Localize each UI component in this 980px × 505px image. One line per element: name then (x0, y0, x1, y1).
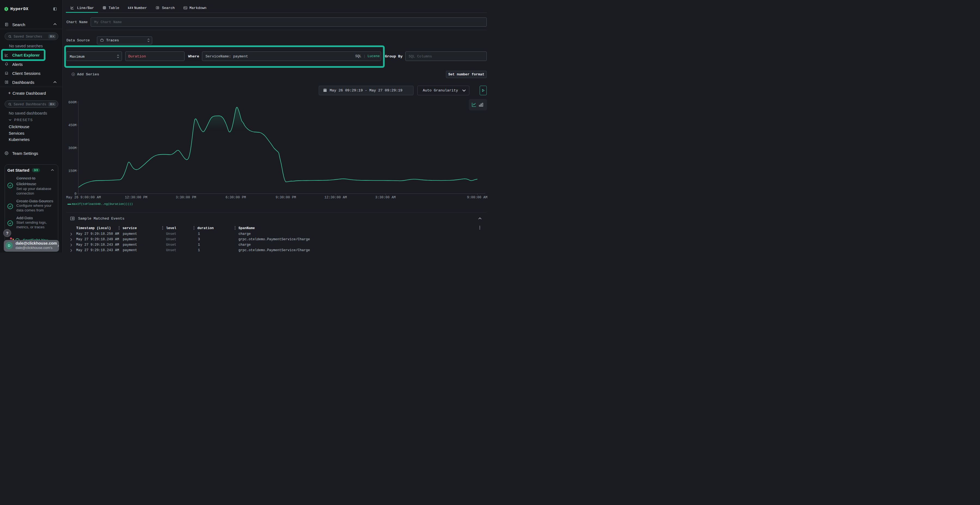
svg-text:9:00:00 AM: 9:00:00 AM (467, 195, 487, 199)
svg-text:12:30:00 AM: 12:30:00 AM (325, 195, 347, 199)
svg-text:0: 0 (74, 192, 76, 196)
svg-text:600M: 600M (68, 101, 76, 105)
svg-text:150M: 150M (68, 169, 76, 173)
svg-text:12:30:00 PM: 12:30:00 PM (125, 195, 148, 199)
svg-text:450M: 450M (68, 124, 76, 127)
svg-text:May 26 9:00:00 AM: May 26 9:00:00 AM (66, 195, 101, 199)
svg-text:9:30:00 PM: 9:30:00 PM (275, 195, 296, 199)
svg-text:3:30:00 PM: 3:30:00 PM (176, 195, 196, 199)
svg-text:3:30:00 AM: 3:30:00 AM (375, 195, 396, 199)
svg-text:300M: 300M (68, 146, 76, 150)
svg-text:6:30:00 PM: 6:30:00 PM (225, 195, 246, 199)
